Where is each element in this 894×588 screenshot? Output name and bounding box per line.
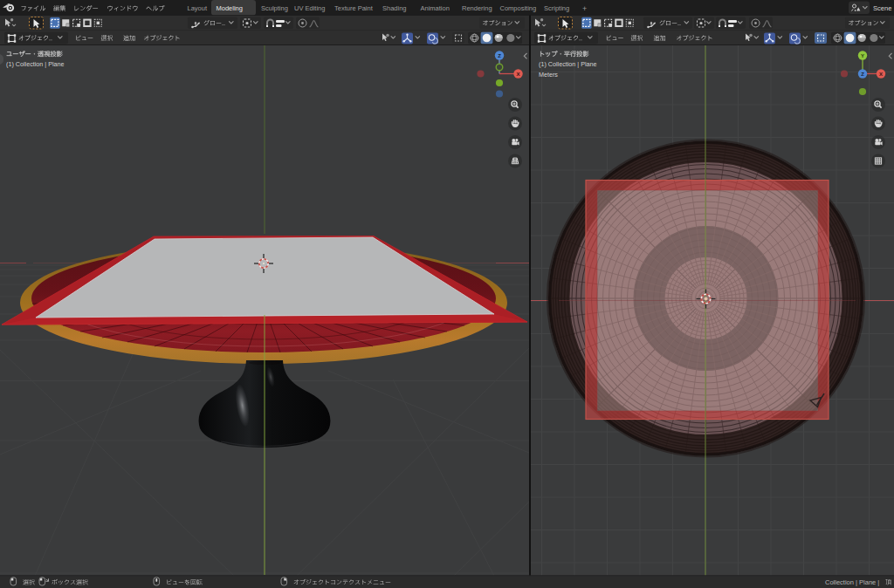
svg-text:Meters: Meters xyxy=(539,71,558,79)
svg-text:+: + xyxy=(582,4,587,13)
svg-text:Modeling: Modeling xyxy=(217,4,243,12)
svg-text:Rendering: Rendering xyxy=(462,4,492,12)
svg-text:Compositing: Compositing xyxy=(500,4,537,12)
svg-text:Z: Z xyxy=(861,72,864,77)
svg-text:Scene: Scene xyxy=(873,4,892,12)
svg-text:Collection | Plane |: Collection | Plane | xyxy=(825,578,879,586)
svg-text:(1) Collection | Plane: (1) Collection | Plane xyxy=(539,60,597,68)
svg-text:Sculpting: Sculpting xyxy=(261,4,288,12)
svg-text:Z: Z xyxy=(498,53,501,58)
svg-text:Texture Paint: Texture Paint xyxy=(334,4,374,12)
svg-text:Scripting: Scripting xyxy=(544,4,569,12)
svg-text:Layout: Layout xyxy=(188,4,208,12)
svg-text:Y: Y xyxy=(861,53,864,58)
svg-text:UV Editing: UV Editing xyxy=(294,4,325,12)
svg-text:(1) Collection | Plane: (1) Collection | Plane xyxy=(6,60,65,68)
svg-text:X: X xyxy=(516,72,519,77)
svg-text:Shading: Shading xyxy=(382,4,407,12)
svg-text:X: X xyxy=(879,72,883,77)
svg-text:Animation: Animation xyxy=(421,4,450,12)
